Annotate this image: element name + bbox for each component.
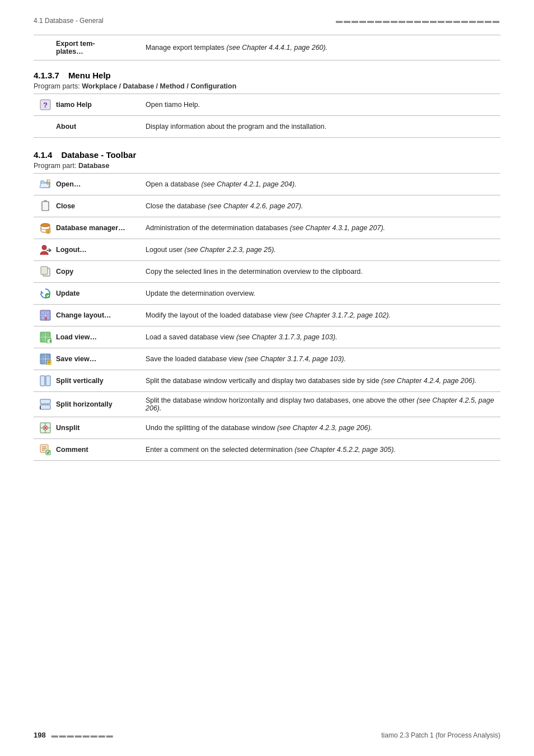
footer-dots: ▬▬▬▬▬▬▬▬ — [51, 731, 114, 739]
section-db-toolbar-program-part: Program part: Database — [34, 162, 500, 170]
menu-help-table: ? tiamo Help Open tiamo Help. About Disp… — [34, 94, 500, 138]
svg-rect-33 — [40, 376, 45, 386]
split-horizontally-label: Split horizontally — [34, 392, 140, 417]
svg-rect-21 — [46, 333, 50, 337]
table-row: Split vertically Split the database wind… — [34, 370, 500, 392]
table-row: Copy Copy the selected lines in the dete… — [34, 261, 500, 283]
section-db-toolbar-heading: 4.1.4 Database - Toolbar — [34, 150, 500, 160]
footer-page-number: 198 — [34, 731, 46, 739]
about-label: About — [34, 116, 140, 138]
table-row: Logout… Logout user (see Chapter 2.2.3, … — [34, 239, 500, 261]
table-row: Open… Open a database (see Chapter 4.2.1… — [34, 174, 500, 195]
table-row: Unsplit Undo the splitting of the databa… — [34, 417, 500, 439]
table-row: Export tem- plates… Manage export templa… — [34, 35, 500, 60]
export-description: Manage export templates (see Chapter 4.4… — [140, 35, 500, 60]
table-row: ✓ Comment Enter a comment on the selecte… — [34, 439, 500, 461]
save-view-description: Save the loaded database view (see Chapt… — [140, 348, 500, 370]
table-row: Save view… Save the loaded database view… — [34, 348, 500, 370]
save-view-label: Save view… — [34, 348, 140, 370]
svg-rect-3 — [42, 202, 49, 211]
tiamo-help-icon: ? — [39, 99, 51, 111]
svg-rect-15 — [46, 311, 50, 315]
table-row: About Display information about the prog… — [34, 116, 500, 138]
change-layout-label: Change layout… — [34, 305, 140, 326]
svg-point-4 — [41, 223, 50, 227]
logout-icon — [39, 244, 51, 256]
unsplit-description: Undo the splitting of the database windo… — [140, 417, 500, 439]
section-menu-help-number: 4.1.3.7 — [34, 71, 59, 80]
table-row: Change layout… Modify the layout of the … — [34, 305, 500, 326]
svg-rect-14 — [41, 311, 45, 315]
load-view-icon — [39, 331, 51, 343]
svg-rect-34 — [46, 376, 50, 386]
tiamo-help-label: ? tiamo Help — [34, 94, 140, 116]
update-icon — [39, 287, 51, 300]
unsplit-label: Unsplit — [34, 417, 140, 439]
svg-rect-20 — [41, 333, 45, 337]
page: 4.1 Database - General ▬▬▬▬▬▬▬▬▬▬▬▬▬▬▬▬▬… — [0, 0, 534, 494]
copy-icon — [39, 265, 51, 278]
open-description: Open a database (see Chapter 4.2.1, page… — [140, 174, 500, 195]
copy-description: Copy the selected lines in the determina… — [140, 261, 500, 283]
logout-description: Logout user (see Chapter 2.2.3, page 25)… — [140, 239, 500, 261]
svg-rect-27 — [46, 354, 50, 358]
export-label: Export tem- plates… — [34, 35, 140, 60]
export-templates-icon — [39, 41, 51, 54]
section-menu-help-heading: 4.1.3.7 Menu Help — [34, 71, 500, 80]
section-db-toolbar-number: 4.1.4 — [34, 150, 52, 160]
split-vertically-icon — [39, 375, 51, 387]
db-toolbar-table: Open… Open a database (see Chapter 4.2.1… — [34, 173, 500, 461]
database-manager-label: ! Database manager… — [34, 217, 140, 239]
load-view-description: Load a saved database view (see Chapter … — [140, 326, 500, 348]
close-label: Close — [34, 195, 140, 217]
page-footer: 198 ▬▬▬▬▬▬▬▬ tiamo 2.3 Patch 1 (for Proc… — [34, 731, 500, 739]
save-view-icon — [39, 353, 51, 365]
split-horizontally-icon — [39, 398, 51, 410]
svg-text:✓: ✓ — [46, 450, 50, 455]
svg-rect-16 — [41, 316, 45, 320]
about-icon — [39, 120, 51, 133]
table-row: Update Update the determination overview… — [34, 283, 500, 305]
split-vertically-label: Split vertically — [34, 370, 140, 392]
section-menu-help-title: Menu Help — [68, 71, 111, 80]
load-view-label: Load view… — [34, 326, 140, 348]
table-row: ! Database manager… Administration of th… — [34, 217, 500, 239]
table-row: Close Close the database (see Chapter 4.… — [34, 195, 500, 217]
svg-rect-28 — [41, 360, 45, 363]
logout-label: Logout… — [34, 239, 140, 261]
section-menu-help-program-part: Program parts: Workplace / Database / Me… — [34, 82, 500, 90]
svg-rect-36 — [40, 399, 50, 404]
svg-marker-11 — [41, 291, 44, 293]
svg-text:?: ? — [43, 101, 48, 109]
copy-label: Copy — [34, 261, 140, 283]
comment-description: Enter a comment on the selected determin… — [140, 439, 500, 461]
comment-label: ✓ Comment — [34, 439, 140, 461]
table-row: ? tiamo Help Open tiamo Help. — [34, 94, 500, 116]
page-header-dots: ▬▬▬▬▬▬▬▬▬▬▬▬▬▬▬▬▬▬▬▬▬ — [336, 17, 500, 25]
section-db-toolbar-title: Database - Toolbar — [61, 150, 136, 160]
page-header: 4.1 Database - General ▬▬▬▬▬▬▬▬▬▬▬▬▬▬▬▬▬… — [34, 17, 500, 25]
change-layout-description: Modify the layout of the loaded database… — [140, 305, 500, 326]
update-description: Update the determination overview. — [140, 283, 500, 305]
svg-text:!: ! — [48, 230, 49, 234]
open-label: Open… — [34, 174, 140, 195]
export-templates-table: Export tem- plates… Manage export templa… — [34, 35, 500, 60]
svg-rect-22 — [41, 338, 45, 342]
svg-rect-10 — [41, 267, 48, 274]
split-horizontally-description: Split the database window horizontally a… — [140, 392, 500, 417]
database-manager-description: Administration of the determination data… — [140, 217, 500, 239]
change-layout-icon — [39, 309, 51, 321]
footer-app-name: tiamo 2.3 Patch 1 (for Process Analysis) — [381, 731, 500, 739]
close-icon — [39, 200, 51, 212]
split-vertically-description: Split the database window vertically and… — [140, 370, 500, 392]
database-manager-icon: ! — [39, 222, 51, 234]
unsplit-icon — [39, 422, 51, 434]
svg-rect-26 — [41, 354, 45, 358]
table-row: Split horizontally Split the database wi… — [34, 392, 500, 417]
comment-icon: ✓ — [39, 444, 51, 456]
page-header-title: 4.1 Database - General — [34, 17, 104, 25]
svg-rect-37 — [40, 405, 50, 409]
about-description: Display information about the program an… — [140, 116, 500, 138]
open-icon — [39, 178, 51, 190]
svg-point-7 — [42, 245, 46, 250]
